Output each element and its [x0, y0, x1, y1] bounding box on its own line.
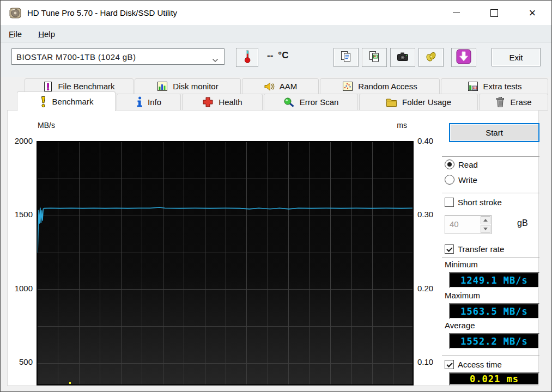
write-radio-row[interactable]: Write: [445, 175, 477, 185]
maximum-label: Maximum: [445, 291, 480, 300]
transfer-rate-checkbox[interactable]: [445, 244, 454, 254]
temperature-value: --: [267, 50, 273, 61]
transfer-rate-label: Transfer rate: [458, 244, 504, 254]
screenshot-button[interactable]: [390, 48, 415, 67]
y-axis-left-unit: MB/s: [38, 121, 55, 130]
spinner-buttons: [481, 216, 490, 233]
disk-monitor-icon: [157, 81, 168, 91]
average-value-display: 1552.2 MB/s: [449, 333, 539, 349]
tab-folder-usage[interactable]: Folder Usage: [359, 94, 478, 111]
maximize-button[interactable]: [475, 1, 513, 25]
read-label: Read: [458, 160, 478, 169]
tab-label: Extra tests: [483, 82, 522, 91]
tab-label: Erase: [510, 97, 531, 107]
speaker-icon: [264, 82, 275, 91]
y-tick-left: 1000: [10, 284, 33, 293]
spinner-down-button[interactable]: [481, 225, 490, 233]
y-tick-right: 0.10: [417, 357, 442, 367]
info-icon: [136, 96, 143, 108]
tab-label: File Benchmark: [58, 82, 114, 91]
hands-icon: [424, 50, 438, 65]
tab-label: Error Scan: [300, 97, 339, 107]
short-stroke-checkbox[interactable]: [445, 198, 454, 207]
tab-info[interactable]: Info: [117, 94, 181, 111]
y-tick-left: 1500: [10, 210, 33, 219]
exit-button[interactable]: Exit: [492, 48, 541, 66]
short-stroke-label: Short stroke: [458, 198, 502, 207]
copy-text-button[interactable]: [333, 48, 359, 67]
download-icon: [456, 48, 472, 67]
write-radio[interactable]: [445, 175, 454, 185]
arrow-up-icon: [483, 219, 488, 222]
error-scan-icon: [283, 97, 295, 108]
read-radio[interactable]: [445, 160, 454, 169]
menu-help[interactable]: Help: [30, 29, 63, 39]
access-time-dot: [69, 382, 71, 384]
window-title: HD Tune Pro 5.70 - Hard Disk/SSD Utility: [27, 8, 177, 17]
y-axis-right-unit: ms: [383, 121, 407, 130]
copy-image-button[interactable]: [362, 48, 387, 67]
tab-label: Health: [219, 97, 242, 107]
health-icon: [202, 96, 214, 108]
camera-icon: [396, 51, 409, 65]
title-bar: HD Tune Pro 5.70 - Hard Disk/SSD Utility…: [1, 1, 551, 25]
tab-extra-tests[interactable]: Extra tests: [441, 78, 548, 94]
benchmark-panel: MB/s ms 2000 1500 1000 500 0.40 0.30 0.2…: [7, 110, 539, 386]
thermometer-icon: [241, 50, 253, 66]
chevron-down-icon: [212, 55, 219, 64]
divider: [442, 356, 539, 356]
tab-label: Benchmark: [52, 97, 94, 106]
temperature-unit: °C: [278, 50, 288, 61]
y-tick-right: 0.30: [417, 210, 442, 219]
y-tick-right: 0.20: [417, 284, 442, 293]
write-label: Write: [458, 175, 477, 185]
short-stroke-row[interactable]: Short stroke: [445, 198, 502, 207]
drive-select-value: BIOSTAR M700-1TB (1024 gB): [16, 52, 136, 62]
tab-label: Folder Usage: [402, 97, 451, 107]
access-time-checkbox[interactable]: [445, 360, 454, 369]
copy-text-icon: [339, 50, 353, 65]
capacity-spinner[interactable]: 40: [445, 215, 492, 234]
erase-icon: [495, 96, 505, 108]
y-tick-right: 0.40: [417, 136, 442, 146]
maximum-value-display: 1563.5 MB/s: [449, 303, 539, 319]
capacity-unit-label: gB: [517, 218, 528, 228]
transfer-rate-line: [38, 142, 413, 384]
tab-erase[interactable]: Erase: [479, 94, 548, 111]
tab-strip: File Benchmark Disk monitor AAM Random A…: [1, 77, 551, 111]
close-button[interactable]: ×: [513, 1, 551, 25]
tab-label: AAM: [280, 82, 298, 91]
tab-benchmark[interactable]: Benchmark: [17, 91, 116, 111]
file-benchmark-icon: [43, 81, 53, 92]
maximize-icon: [490, 9, 498, 17]
tab-aam[interactable]: AAM: [242, 78, 319, 94]
y-tick-left: 500: [10, 357, 33, 367]
read-radio-row[interactable]: Read: [445, 160, 478, 169]
transfer-rate-row[interactable]: Transfer rate: [445, 244, 504, 254]
tab-label: Info: [148, 97, 161, 107]
average-label: Average: [445, 321, 475, 330]
tab-label: Random Access: [358, 82, 417, 91]
tab-error-scan[interactable]: Error Scan: [264, 94, 358, 111]
minimum-value-display: 1249.1 MB/s: [449, 272, 539, 288]
spinner-up-button[interactable]: [481, 216, 490, 224]
menu-file[interactable]: File: [1, 29, 30, 39]
temperature-readout: -- °C: [267, 50, 288, 61]
tab-health[interactable]: Health: [182, 94, 263, 111]
access-time-row[interactable]: Access time: [445, 360, 502, 369]
minimize-icon: [453, 13, 460, 13]
save-results-button[interactable]: [451, 48, 476, 67]
minimum-label: Minimum: [445, 260, 478, 269]
donate-button[interactable]: [418, 48, 444, 67]
temperature-button[interactable]: [236, 48, 258, 67]
capacity-value: 40: [450, 219, 459, 229]
minimize-button[interactable]: [437, 1, 475, 25]
copy-image-icon: [368, 50, 381, 65]
tab-random-access[interactable]: Random Access: [320, 78, 440, 94]
benchmark-icon: [39, 96, 47, 108]
tab-disk-monitor[interactable]: Disk monitor: [135, 78, 241, 94]
tab-label: Disk monitor: [173, 82, 218, 91]
drive-select[interactable]: BIOSTAR M700-1TB (1024 gB): [11, 48, 225, 65]
start-button[interactable]: Start: [449, 123, 539, 142]
app-window: HD Tune Pro 5.70 - Hard Disk/SSD Utility…: [0, 0, 552, 392]
